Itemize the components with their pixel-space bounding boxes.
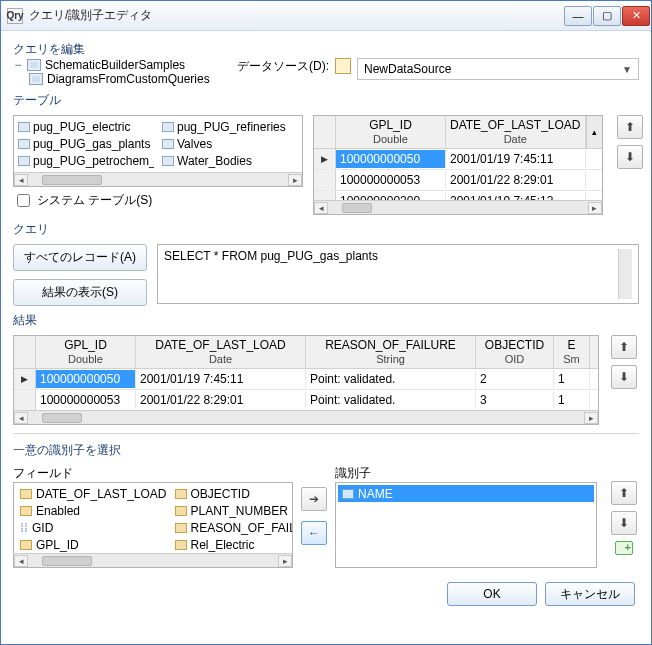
h-scrollbar[interactable]: ◂▸ — [314, 200, 602, 214]
datasource-label: データソース(D): — [237, 58, 329, 75]
field-item[interactable]: OBJECTID — [171, 485, 293, 502]
results-grid[interactable]: GPL_IDDouble DATE_OF_LAST_LOADDate REASO… — [13, 335, 599, 425]
field-item[interactable]: PLANT_NUMBER — [171, 502, 293, 519]
sql-text: SELECT * FROM pug_PUG_gas_plants — [164, 249, 378, 299]
remove-identifier-button[interactable]: ← — [301, 521, 327, 545]
title-bar[interactable]: Qry クエリ/識別子エディタ — ▢ ✕ — [1, 1, 651, 31]
field-icon — [342, 489, 354, 499]
query-label: クエリ — [13, 221, 639, 238]
tables-label: テーブル — [13, 92, 639, 109]
edit-query-label: クエリを編集 — [13, 41, 639, 58]
preview-grid[interactable]: GPL_IDDouble DATE_OF_LAST_LOADDate ▴ ▶ 1… — [313, 115, 603, 215]
fields-list[interactable]: DATE_OF_LAST_LOAD OBJECTID Enabled PLANT… — [13, 482, 293, 568]
table-icon — [162, 156, 174, 166]
datasource-value: NewDataSource — [364, 62, 451, 76]
results-label: 結果 — [13, 312, 639, 329]
table-item[interactable]: pug_PUG_refineries — [162, 118, 298, 135]
field-item[interactable]: ⁞⁞GID — [16, 519, 171, 536]
table-icon — [162, 122, 174, 132]
move-down-button[interactable]: ⬇ — [617, 145, 643, 169]
sql-textarea[interactable]: SELECT * FROM pug_PUG_gas_plants — [157, 244, 639, 304]
table-icon — [18, 139, 30, 149]
close-button[interactable]: ✕ — [622, 6, 650, 26]
system-tables-checkbox[interactable] — [17, 194, 30, 207]
table-item[interactable]: Valves — [162, 135, 298, 152]
table-item[interactable]: pug_PUG_petrochem_all — [18, 153, 154, 170]
table-item[interactable]: Water_Bodies — [162, 153, 298, 170]
preview-row[interactable]: ▶ 100000000050 2001/01/19 7:45:11 — [314, 149, 602, 170]
edit-query-section: クエリを編集 − SchematicBuilderSamples Diagram… — [13, 41, 639, 86]
tables-list[interactable]: pug_PUG_electric pug_PUG_refineries pug_… — [13, 115, 303, 187]
tree-root[interactable]: SchematicBuilderSamples — [45, 58, 185, 72]
v-scrollbar[interactable] — [618, 249, 632, 299]
datasource-select[interactable]: NewDataSource ▼ — [357, 58, 639, 80]
fields-label: フィールド — [13, 465, 293, 482]
app-icon: Qry — [7, 8, 23, 24]
table-icon — [18, 122, 30, 132]
move-down-button[interactable]: ⬇ — [611, 511, 637, 535]
identifier-list[interactable]: NAME — [335, 482, 597, 568]
results-row[interactable]: 100000000053 2001/01/22 8:29:01 Point: v… — [14, 390, 598, 410]
preview-row[interactable]: 100000000053 2001/01/22 8:29:01 — [314, 170, 602, 191]
field-icon — [175, 523, 187, 533]
window-title: クエリ/識別子エディタ — [29, 7, 564, 24]
identifiers-label: 一意の識別子を選択 — [13, 442, 639, 459]
field-item[interactable]: GPL_ID — [16, 536, 171, 553]
field-icon — [175, 506, 187, 516]
identifier-item[interactable]: NAME — [338, 485, 594, 502]
query-tree[interactable]: − SchematicBuilderSamples DiagramsFromCu… — [13, 58, 223, 86]
system-tables-check[interactable]: システム テーブル(S) — [13, 191, 303, 210]
ok-button[interactable]: OK — [447, 582, 537, 606]
minimize-button[interactable]: — — [564, 6, 592, 26]
field-icon — [20, 506, 32, 516]
h-scrollbar[interactable]: ◂▸ — [14, 172, 302, 186]
results-row[interactable]: ▶ 100000000050 2001/01/19 7:45:11 Point:… — [14, 369, 598, 390]
system-tables-label: システム テーブル(S) — [37, 192, 152, 209]
move-up-button[interactable]: ⬆ — [617, 115, 643, 139]
identifier-label: 識別子 — [335, 465, 597, 482]
show-results-button[interactable]: 結果の表示(S) — [13, 279, 147, 306]
h-scrollbar[interactable]: ◂▸ — [14, 553, 292, 567]
preview-row[interactable]: 100000000200 2001/01/19 7:45:12 — [314, 191, 602, 200]
add-new-button[interactable] — [615, 541, 633, 555]
field-icon — [175, 540, 187, 550]
cancel-button[interactable]: キャンセル — [545, 582, 635, 606]
move-up-button[interactable]: ⬆ — [611, 335, 637, 359]
folder-icon — [29, 73, 43, 85]
all-records-button[interactable]: すべてのレコード(A) — [13, 244, 147, 271]
add-identifier-button[interactable]: ➔ — [301, 487, 327, 511]
h-scrollbar[interactable]: ◂▸ — [14, 410, 598, 424]
maximize-button[interactable]: ▢ — [593, 6, 621, 26]
folder-icon — [27, 59, 41, 71]
field-icon — [20, 489, 32, 499]
table-icon — [162, 139, 174, 149]
table-item[interactable]: pug_PUG_gas_plants — [18, 135, 154, 152]
field-icon — [175, 489, 187, 499]
dialog-window: Qry クエリ/識別子エディタ — ▢ ✕ クエリを編集 − Schematic… — [0, 0, 652, 645]
chevron-down-icon: ▼ — [622, 64, 632, 75]
field-item[interactable]: DATE_OF_LAST_LOAD — [16, 485, 171, 502]
grip-icon: ⁞⁞ — [20, 522, 28, 534]
tree-child[interactable]: DiagramsFromCustomQueries — [47, 72, 210, 86]
field-icon — [20, 540, 32, 550]
move-down-button[interactable]: ⬇ — [611, 365, 637, 389]
datasource-icon — [335, 58, 351, 74]
move-up-button[interactable]: ⬆ — [611, 481, 637, 505]
table-item[interactable]: pug_PUG_electric — [18, 118, 154, 135]
field-item[interactable]: REASON_OF_FAILURE — [171, 519, 293, 536]
field-item[interactable]: Enabled — [16, 502, 171, 519]
field-item[interactable]: Rel_Electric — [171, 536, 293, 553]
table-icon — [18, 156, 30, 166]
